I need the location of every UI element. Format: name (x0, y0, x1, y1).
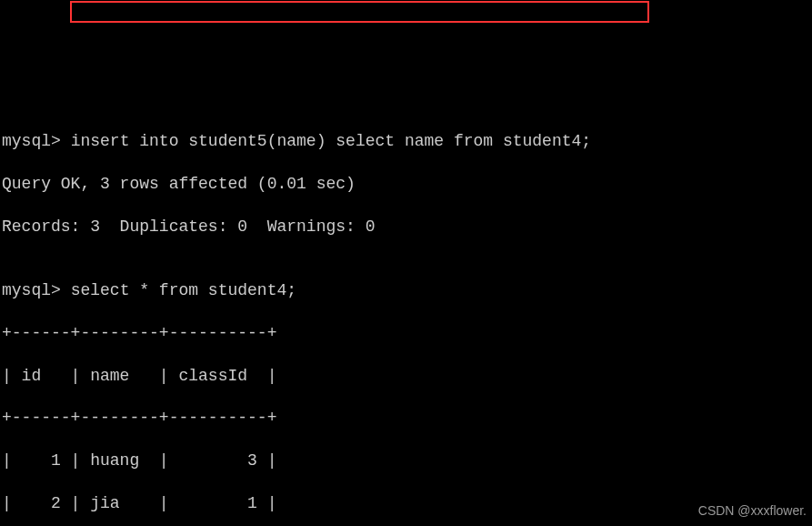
table-row: | 1 | huang | 3 | (2, 450, 810, 471)
mysql-prompt: mysql> (2, 132, 71, 150)
table-row: | 2 | jia | 1 | (2, 493, 810, 514)
table-border: +------+--------+----------+ (2, 408, 810, 429)
query-result-status: Query OK, 3 rows affected (0.01 sec) (2, 174, 810, 195)
sql-command-select1[interactable]: select * from student4; (71, 281, 296, 299)
mysql-prompt: mysql> (2, 281, 71, 299)
sql-command-insert[interactable]: insert into student5(name) select name f… (71, 132, 592, 150)
watermark: CSDN @xxxflower. (698, 502, 807, 519)
table-header: | id | name | classId | (2, 366, 810, 387)
highlight-rectangle (70, 1, 649, 23)
terminal-line: mysql> select * from student4; (2, 280, 810, 301)
terminal-line: mysql> insert into student5(name) select… (2, 131, 810, 152)
query-result-records: Records: 3 Duplicates: 0 Warnings: 0 (2, 217, 810, 238)
table-border: +------+--------+----------+ (2, 323, 810, 344)
